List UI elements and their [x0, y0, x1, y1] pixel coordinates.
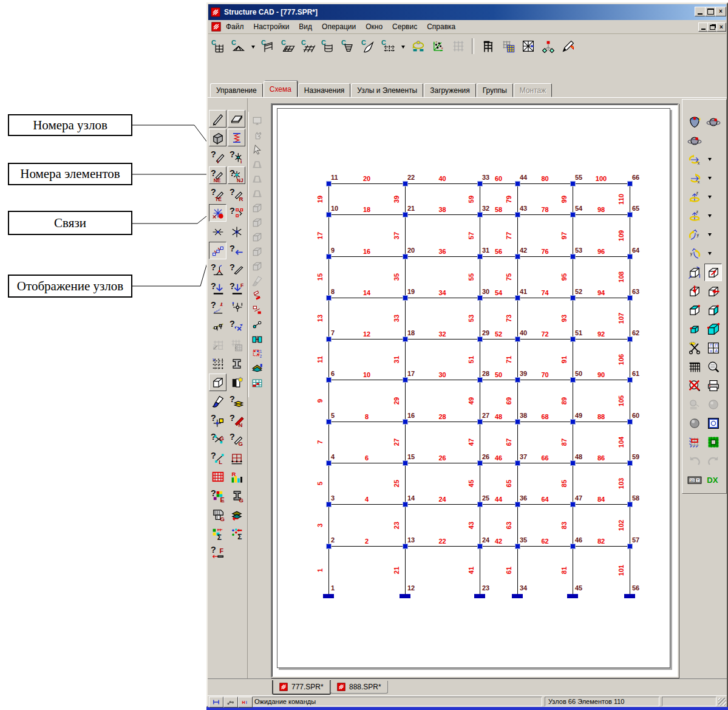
add-plate-button[interactable]	[228, 110, 245, 128]
orbit-view-button[interactable]	[704, 113, 722, 131]
node-axes-button[interactable]	[228, 223, 245, 241]
active-grid-button[interactable]	[704, 433, 722, 451]
assembly-groups-button[interactable]	[540, 38, 556, 55]
load-query-button[interactable]: ?	[209, 279, 226, 297]
opengl-view-button[interactable]	[704, 414, 722, 432]
rotate-y-ccw-button[interactable]: y	[685, 245, 703, 262]
roof-layers-button[interactable]	[250, 361, 265, 375]
section-group-button[interactable]: G	[228, 486, 245, 504]
rotate-x-ccw-dropdown[interactable]	[706, 174, 713, 182]
rotate-y-cw-dropdown[interactable]	[706, 231, 713, 238]
fragment-window-button[interactable]: ППоА	[704, 339, 722, 357]
generate-node-mesh-dropdown[interactable]	[400, 38, 406, 55]
result-chart-button[interactable]: R	[228, 468, 245, 485]
layers-query-button[interactable]: ?	[228, 392, 245, 410]
rigidity-info-button[interactable]: ?R	[228, 185, 245, 203]
drawing-sheet[interactable]	[277, 108, 670, 668]
node-numbers-button[interactable]: ?NJ	[228, 166, 245, 184]
paint-elements-button[interactable]	[209, 392, 226, 410]
menu-Окно[interactable]: Окно	[361, 21, 387, 32]
generate-frame-button[interactable]: C	[210, 38, 226, 55]
local-axes-button[interactable]	[209, 223, 226, 241]
scheme-frame-button[interactable]	[480, 38, 496, 55]
menu-Настройки[interactable]: Настройки	[249, 21, 294, 32]
tab-Схема[interactable]: Схема	[264, 81, 298, 97]
move-rotate-scheme-button[interactable]	[410, 38, 426, 55]
zoom-off-button[interactable]	[685, 377, 703, 394]
view-xoy-button[interactable]	[685, 282, 703, 300]
scale-query-button[interactable]: ?	[228, 204, 245, 222]
mesh-dashed-button[interactable]	[209, 355, 226, 372]
group-nodes-button[interactable]: ?G	[209, 430, 226, 448]
group-selection-button[interactable]: 12	[250, 346, 265, 361]
tab-Узлы и Элементы[interactable]: Узлы и Элементы	[351, 83, 423, 97]
toggle-panel-button[interactable]: 10T	[685, 471, 703, 488]
tab-Загружения[interactable]: Загружения	[424, 83, 476, 97]
tab-Назначения[interactable]: Назначения	[298, 83, 351, 97]
generate-surface-button[interactable]: C	[360, 38, 376, 55]
generate-slab-button[interactable]: C	[280, 38, 296, 55]
title-bar[interactable]: Structure CAD - [777.SPR*]	[208, 4, 726, 20]
rotate-x-cw-dropdown[interactable]	[706, 155, 713, 163]
doc-tab-888.SPR*[interactable]: 888.SPR*	[330, 681, 388, 694]
element-n-query-button[interactable]: ?N	[228, 411, 245, 429]
rod-query-button[interactable]: ?	[228, 261, 245, 278]
rotate-z-cw-dropdown[interactable]	[706, 193, 713, 200]
mesh-node-button[interactable]	[228, 298, 245, 316]
element-numbers-button[interactable]: ?NE	[209, 166, 226, 184]
dx-mode-button[interactable]: DX	[704, 471, 722, 488]
spin-view-button[interactable]	[685, 113, 703, 131]
hinges-query-button[interactable]: ?	[209, 261, 226, 278]
groups-sum-button[interactable]: Σ	[209, 524, 226, 542]
view-corner-button[interactable]	[685, 301, 703, 319]
rotate-z-ccw-button[interactable]: z	[685, 207, 703, 225]
add-rod-button[interactable]	[209, 110, 226, 128]
swap-types-button[interactable]	[250, 302, 265, 317]
view-yoz-button[interactable]	[704, 282, 722, 300]
zoom-in-button[interactable]	[704, 358, 722, 375]
render-light-button[interactable]	[228, 374, 245, 391]
child-restore-button[interactable]	[707, 22, 717, 32]
plate-pair-button[interactable]	[250, 332, 265, 346]
filter-nodes-button[interactable]	[223, 697, 238, 708]
cut-fragment-button[interactable]	[685, 339, 703, 357]
trajectory-query-button[interactable]: ?t	[209, 298, 226, 316]
child-close-button[interactable]: ×	[716, 22, 726, 32]
hide-nodes-button[interactable]: ?	[228, 242, 245, 259]
rotate-x-cw-button[interactable]: x	[685, 151, 703, 168]
view-front-button[interactable]	[685, 320, 703, 338]
load-f-query-button[interactable]: ?F	[228, 279, 245, 297]
minimize-button[interactable]	[695, 7, 706, 16]
force-query-button[interactable]: ?F	[209, 543, 226, 561]
close-button[interactable]: ×	[715, 7, 726, 16]
fragment-axes-button[interactable]	[685, 433, 703, 451]
rotate-z-ccw-dropdown[interactable]	[706, 212, 713, 219]
doc-tab-777.SPR*[interactable]: 777.SPR*	[272, 680, 331, 695]
scheme-axes-button[interactable]: zx	[430, 38, 446, 55]
menu-Справка[interactable]: Справка	[422, 21, 460, 32]
red-mesh-button[interactable]	[209, 468, 226, 485]
print-button[interactable]	[704, 377, 722, 394]
generate-truss-dropdown[interactable]	[250, 38, 256, 55]
generate-truss-button[interactable]: C	[230, 38, 247, 55]
element-types-button[interactable]: ?TE	[209, 185, 226, 203]
link-nodes-button[interactable]	[250, 317, 265, 332]
edit-scheme-button[interactable]	[560, 38, 576, 55]
nodes-sum-button[interactable]: Σ	[228, 524, 245, 542]
full-scheme-button[interactable]	[685, 358, 703, 375]
view-iso-button[interactable]	[704, 320, 722, 338]
express-info-button[interactable]: Нi	[238, 697, 253, 708]
menu-Операции[interactable]: Операции	[317, 21, 361, 32]
layers-move-button[interactable]	[228, 505, 245, 523]
view-back-button[interactable]	[704, 301, 722, 319]
tab-Управление[interactable]: Управление	[210, 83, 263, 97]
rotate-y-ccw-dropdown[interactable]	[706, 250, 713, 257]
add-spring-button[interactable]	[228, 129, 245, 146]
orbit-view-2-button[interactable]	[685, 132, 703, 149]
menu-Файл[interactable]: Файл	[221, 21, 249, 32]
node-display-button[interactable]	[209, 242, 226, 259]
rotate-z-cw-button[interactable]: z	[685, 188, 703, 206]
generate-shell-button[interactable]: C	[340, 38, 356, 55]
maximize-button[interactable]	[705, 7, 716, 16]
node-info-button[interactable]: ?i	[228, 148, 245, 165]
